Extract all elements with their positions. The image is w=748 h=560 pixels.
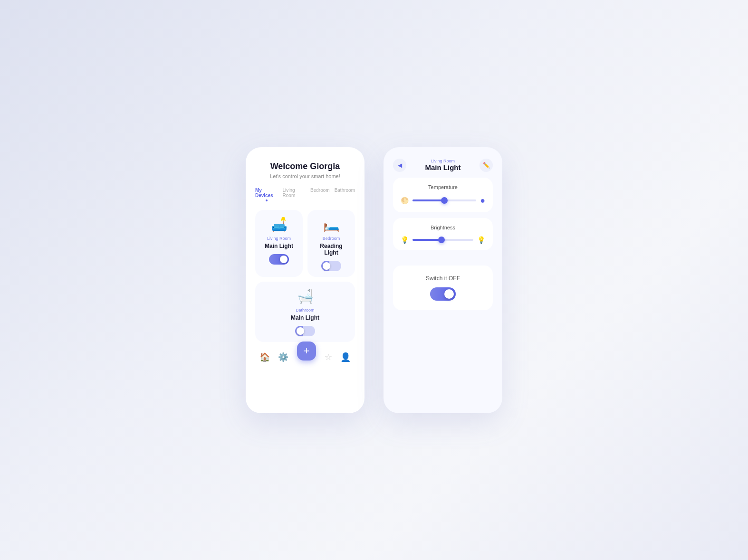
edit-button[interactable]: ✏️ <box>479 159 493 172</box>
left-phone: Welcome Giorgia Let's control your smart… <box>246 147 364 413</box>
living-room-icon: 🛋️ <box>271 217 288 232</box>
main-toggle-knob <box>444 289 454 299</box>
brightness-low-icon: 💡 <box>401 236 409 244</box>
device-card-living-room[interactable]: 🛋️ Living Room Main Light <box>255 210 303 277</box>
brightness-card: Brightness 💡 💡 <box>393 218 493 250</box>
bathroom-toggle-knob <box>297 327 304 335</box>
brightness-label: Brightness <box>401 225 485 230</box>
bedroom-name: Reading Light <box>313 243 349 256</box>
bathroom-icon: 🛁 <box>297 288 314 304</box>
brightness-slider-row: 💡 💡 <box>401 236 485 244</box>
nav-profile-icon[interactable]: 👤 <box>340 352 351 362</box>
tab-my-devices[interactable]: My Devices <box>255 187 278 202</box>
temperature-label: Temperature <box>401 184 485 190</box>
temperature-slider-fill <box>412 199 444 201</box>
bedroom-label: Bedroom <box>323 236 340 241</box>
switch-card: Switch it OFF <box>393 266 493 310</box>
detail-room-label: Living Room <box>425 159 461 163</box>
brightness-slider-track[interactable] <box>412 239 473 241</box>
brightness-high-icon: 💡 <box>477 236 485 244</box>
detail-header: ◀ Living Room Main Light ✏️ <box>393 159 493 172</box>
temperature-card: Temperature 🌕 ● <box>393 178 493 212</box>
living-room-name: Main Light <box>265 243 293 249</box>
bedroom-toggle-knob <box>323 262 330 270</box>
switch-label: Switch it OFF <box>426 275 460 282</box>
temperature-slider-thumb[interactable] <box>441 197 448 204</box>
bathroom-toggle[interactable] <box>295 326 315 336</box>
device-card-bathroom[interactable]: 🛁 Bathroom Main Light <box>255 282 355 342</box>
device-card-bedroom[interactable]: 🛏️ Bedroom Reading Light <box>307 210 355 277</box>
tab-bedroom[interactable]: Bedroom <box>310 187 330 202</box>
bedroom-toggle[interactable] <box>321 261 341 271</box>
bathroom-label: Bathroom <box>296 308 314 313</box>
nav-fab-button[interactable]: + <box>297 342 316 361</box>
detail-light-name: Main Light <box>425 163 461 171</box>
detail-title-group: Living Room Main Light <box>425 159 461 171</box>
right-phone: ◀ Living Room Main Light ✏️ Temperature … <box>384 147 502 413</box>
welcome-title: Welcome Giorgia <box>270 161 340 171</box>
devices-grid: 🛋️ Living Room Main Light 🛏️ Bedroom Rea… <box>255 210 355 277</box>
brightness-slider-thumb[interactable] <box>438 237 445 243</box>
nav-settings-icon[interactable]: ⚙️ <box>278 352 288 362</box>
welcome-subtitle: Let's control your smart home! <box>270 173 340 179</box>
temperature-warm-icon: 🌕 <box>401 197 409 204</box>
bathroom-name: Main Light <box>291 314 319 321</box>
tabs-row: My Devices Living Room Bedroom Bathroom <box>255 187 355 202</box>
tab-living-room[interactable]: Living Room <box>283 187 306 202</box>
living-room-toggle-knob <box>280 256 288 263</box>
nav-favorites-icon[interactable]: ☆ <box>325 352 332 362</box>
bottom-nav: 🏠 ⚙️ + ☆ 👤 <box>255 347 355 362</box>
temperature-cool-icon: ● <box>480 196 485 206</box>
brightness-slider-fill <box>412 239 441 241</box>
living-room-label: Living Room <box>267 236 291 241</box>
back-button[interactable]: ◀ <box>393 159 406 172</box>
living-room-toggle[interactable] <box>269 254 289 265</box>
temperature-slider-track[interactable] <box>412 199 476 201</box>
bedroom-icon: 🛏️ <box>323 217 340 232</box>
main-toggle[interactable] <box>430 287 456 301</box>
temperature-slider-row: 🌕 ● <box>401 196 485 206</box>
tab-bathroom[interactable]: Bathroom <box>335 187 355 202</box>
nav-home-icon[interactable]: 🏠 <box>259 352 270 362</box>
